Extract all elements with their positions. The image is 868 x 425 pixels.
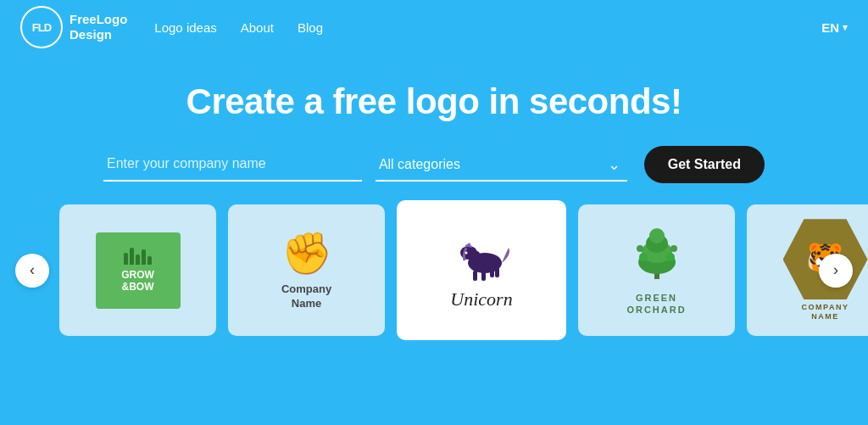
logo-card-company-fist[interactable]: ✊ CompanyName	[228, 204, 385, 336]
prev-arrow-button[interactable]: ‹	[15, 254, 49, 288]
company-fist-label: CompanyName	[281, 282, 331, 311]
nav-blog[interactable]: Blog	[298, 20, 323, 35]
get-started-button[interactable]: Get Started	[644, 146, 765, 183]
company-name-input[interactable]	[103, 148, 362, 182]
category-select[interactable]: All categories Technology Food & Drink F…	[376, 148, 627, 182]
search-bar: All categories Technology Food & Drink F…	[103, 146, 765, 183]
nav-logo-ideas[interactable]: Logo ideas	[154, 20, 216, 35]
logo-cards-section: ‹ GROW&BOW	[0, 183, 868, 340]
orchard-label: GREENORCHARD	[626, 292, 686, 316]
svg-rect-6	[490, 269, 494, 277]
header: FLD FreeLogo Design Logo ideas About Blo…	[0, 0, 868, 54]
nav-about[interactable]: About	[241, 20, 274, 35]
cards-container: GROW&BOW ✊ CompanyName	[0, 200, 868, 340]
chevron-down-icon: ▾	[843, 22, 848, 33]
svg-point-14	[639, 253, 648, 261]
logo-icon: FLD	[20, 6, 63, 48]
svg-point-17	[670, 245, 677, 252]
unicorn-label: Unicorn	[450, 288, 512, 310]
logo-card-grow-bow[interactable]: GROW&BOW	[59, 204, 216, 336]
logo-text: FreeLogo Design	[70, 12, 127, 42]
hero-section: Create a free logo in seconds!	[0, 54, 868, 146]
main-nav: Logo ideas About Blog	[154, 20, 323, 35]
tiger-label: COMPANYNAME	[802, 303, 849, 322]
svg-rect-4	[473, 271, 477, 281]
next-arrow-button[interactable]: ›	[819, 254, 853, 288]
unicorn-icon	[448, 231, 515, 285]
svg-rect-3	[471, 251, 480, 265]
svg-point-8	[465, 251, 468, 254]
grow-bow-label: GROW&BOW	[121, 270, 154, 292]
svg-point-15	[666, 253, 675, 261]
svg-rect-7	[495, 267, 499, 277]
fist-icon: ✊	[281, 230, 332, 277]
category-select-wrapper: All categories Technology Food & Drink F…	[376, 148, 627, 182]
svg-rect-5	[481, 271, 486, 281]
language-selector[interactable]: EN ▾	[821, 20, 848, 35]
svg-point-13	[649, 228, 665, 243]
logo-card-unicorn[interactable]: Unicorn	[397, 200, 566, 340]
svg-point-16	[637, 245, 643, 252]
tree-icon	[632, 225, 682, 288]
hero-headline: Create a free logo in seconds!	[0, 81, 868, 122]
logo-card-green-orchard[interactable]: GREENORCHARD	[578, 204, 735, 336]
